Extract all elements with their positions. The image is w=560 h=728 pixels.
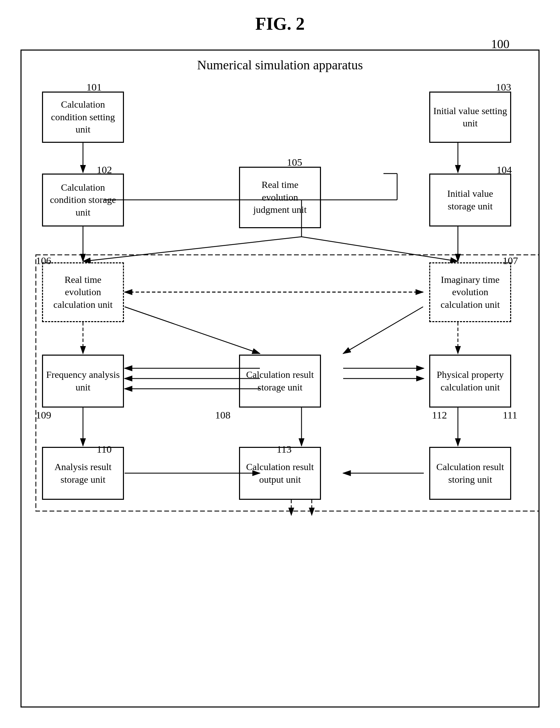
ref-104: 104 — [496, 164, 512, 176]
apparatus-label: Numerical simulation apparatus — [197, 57, 363, 72]
ref-108: 108 — [215, 409, 230, 421]
main-apparatus-box: Numerical simulation apparatus Calculati… — [20, 50, 540, 708]
block-111: Calculation result storing unit — [429, 447, 511, 500]
block-107: Imaginary time evolution calculation uni… — [429, 262, 511, 322]
ref-105: 105 — [287, 156, 302, 168]
svg-line-8 — [302, 237, 458, 261]
block-101: Calculation condition setting unit — [42, 92, 124, 143]
ref-102: 102 — [97, 164, 112, 176]
ref-112: 112 — [432, 409, 447, 421]
svg-line-7 — [83, 237, 302, 261]
ref-103: 103 — [496, 81, 511, 93]
ref-101: 101 — [86, 81, 102, 93]
block-112: Physical property calculation unit — [429, 355, 511, 408]
ref-109: 109 — [36, 409, 51, 421]
svg-line-19 — [343, 307, 423, 354]
block-108: Calculation result storage unit — [239, 355, 321, 408]
block-102: Calculation condition storage unit — [42, 174, 124, 226]
block-106: Real time evolution calculation unit — [42, 262, 124, 322]
page-title: FIG. 2 — [0, 0, 560, 34]
ref-113: 113 — [277, 443, 292, 455]
block-109: Frequency analysis unit — [42, 355, 124, 408]
block-103: Initial value setting unit — [429, 92, 511, 143]
ref-110: 110 — [97, 443, 112, 455]
ref-100: 100 — [491, 37, 509, 51]
block-110: Analysis result storage unit — [42, 447, 124, 500]
block-105: Real time evolution judgment unit — [239, 167, 321, 228]
svg-line-18 — [125, 307, 260, 354]
block-104: Initial value storage unit — [429, 174, 511, 226]
ref-106: 106 — [36, 255, 51, 266]
ref-111: 111 — [503, 409, 517, 421]
ref-107: 107 — [503, 255, 518, 266]
